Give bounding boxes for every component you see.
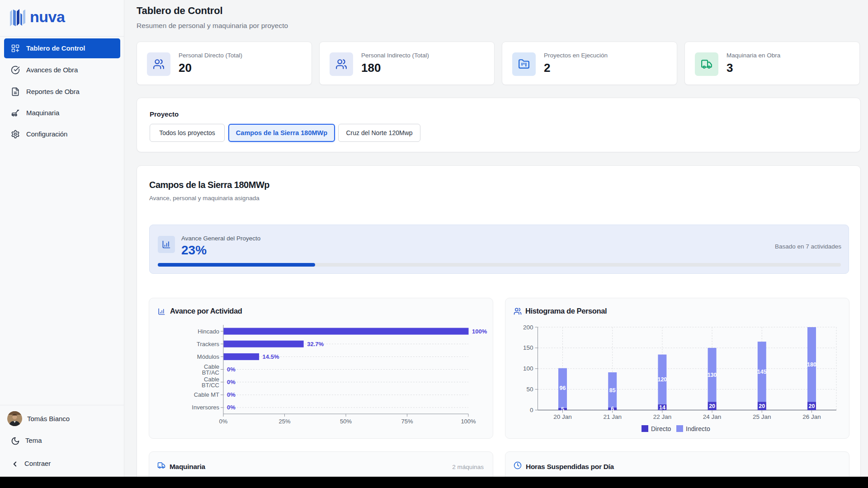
svg-text:24 Jan: 24 Jan bbox=[703, 413, 722, 420]
svg-text:100%: 100% bbox=[461, 418, 476, 425]
svg-text:96: 96 bbox=[560, 385, 566, 391]
svg-text:200: 200 bbox=[523, 324, 533, 331]
svg-text:BT/CC: BT/CC bbox=[202, 382, 219, 389]
svg-text:Directo: Directo bbox=[651, 425, 671, 432]
svg-text:130: 130 bbox=[708, 372, 717, 378]
svg-text:85: 85 bbox=[609, 387, 616, 394]
svg-text:20: 20 bbox=[759, 403, 765, 409]
svg-text:Cable MT: Cable MT bbox=[194, 391, 219, 398]
svg-text:25 Jan: 25 Jan bbox=[753, 413, 771, 420]
svg-text:Avance por Actividad: Avance por Actividad bbox=[170, 307, 242, 315]
svg-text:Trackers: Trackers bbox=[197, 341, 220, 347]
svg-text:0%: 0% bbox=[227, 366, 236, 373]
svg-text:20: 20 bbox=[709, 403, 715, 409]
svg-text:0%: 0% bbox=[219, 418, 228, 425]
svg-text:Indirecto: Indirecto bbox=[686, 425, 710, 432]
svg-text:20: 20 bbox=[809, 403, 815, 409]
svg-text:145: 145 bbox=[757, 369, 767, 375]
svg-text:Módulos: Módulos bbox=[197, 353, 220, 360]
svg-text:150: 150 bbox=[523, 344, 533, 351]
svg-text:120: 120 bbox=[657, 376, 667, 383]
svg-text:100: 100 bbox=[523, 365, 533, 372]
svg-text:BT/AC: BT/AC bbox=[202, 369, 219, 376]
svg-text:22 Jan: 22 Jan bbox=[653, 413, 672, 420]
svg-text:100%: 100% bbox=[472, 328, 487, 335]
svg-text:21 Jan: 21 Jan bbox=[603, 413, 622, 420]
svg-text:0%: 0% bbox=[227, 379, 236, 385]
svg-text:14: 14 bbox=[659, 404, 665, 411]
svg-text:50%: 50% bbox=[340, 418, 352, 425]
svg-text:75%: 75% bbox=[401, 418, 413, 425]
svg-text:14.5%: 14.5% bbox=[263, 353, 279, 360]
svg-text:32.7%: 32.7% bbox=[307, 341, 324, 347]
svg-text:0%: 0% bbox=[227, 404, 236, 411]
svg-text:25%: 25% bbox=[278, 418, 290, 425]
svg-text:26 Jan: 26 Jan bbox=[802, 413, 821, 420]
svg-text:20 Jan: 20 Jan bbox=[553, 413, 572, 420]
svg-text:0: 0 bbox=[530, 407, 533, 413]
svg-text:50: 50 bbox=[526, 386, 533, 393]
svg-text:Histograma de Personal: Histograma de Personal bbox=[525, 307, 607, 315]
svg-text:Hincado: Hincado bbox=[198, 328, 219, 335]
svg-text:Inversores: Inversores bbox=[192, 404, 219, 411]
svg-text:180: 180 bbox=[807, 361, 816, 368]
svg-text:0%: 0% bbox=[227, 391, 236, 398]
